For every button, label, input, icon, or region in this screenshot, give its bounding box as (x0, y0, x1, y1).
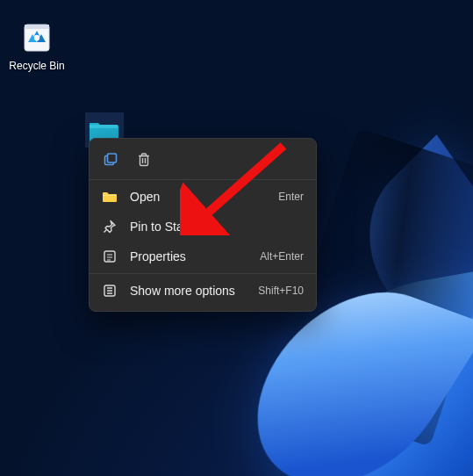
recycle-bin-icon (18, 18, 56, 56)
menu-item-label: Open (130, 190, 266, 204)
menu-item-shortcut: Shift+F10 (258, 285, 304, 297)
menu-item-label: Show more options (130, 284, 246, 298)
context-menu: Open Enter Pin to Start Properties Alt+E… (89, 138, 317, 312)
more-options-icon (102, 283, 118, 299)
pin-icon (102, 219, 118, 234)
menu-item-shortcut: Alt+Enter (260, 250, 304, 263)
menu-separator (90, 179, 316, 180)
menu-item-open[interactable]: Open Enter (90, 182, 316, 212)
open-in-new-window-icon[interactable] (102, 151, 119, 169)
menu-separator (90, 273, 316, 274)
svg-rect-1 (25, 25, 49, 29)
menu-item-shortcut: Enter (278, 191, 304, 203)
menu-item-pin-to-start[interactable]: Pin to Start (90, 212, 316, 242)
desktop-icon-recycle-bin[interactable]: Recycle Bin (4, 18, 69, 72)
properties-icon (102, 249, 118, 264)
folder-icon (102, 189, 118, 205)
delete-icon[interactable] (135, 151, 153, 169)
svg-point-2 (34, 35, 39, 40)
menu-item-show-more-options[interactable]: Show more options Shift+F10 (90, 276, 316, 306)
context-menu-top-actions (90, 144, 316, 177)
menu-item-properties[interactable]: Properties Alt+Enter (90, 242, 316, 271)
desktop-icon-label: Recycle Bin (9, 60, 64, 72)
menu-item-label: Properties (130, 249, 247, 263)
menu-item-label: Pin to Start (130, 220, 291, 234)
svg-rect-6 (140, 156, 148, 166)
svg-rect-5 (108, 154, 117, 162)
